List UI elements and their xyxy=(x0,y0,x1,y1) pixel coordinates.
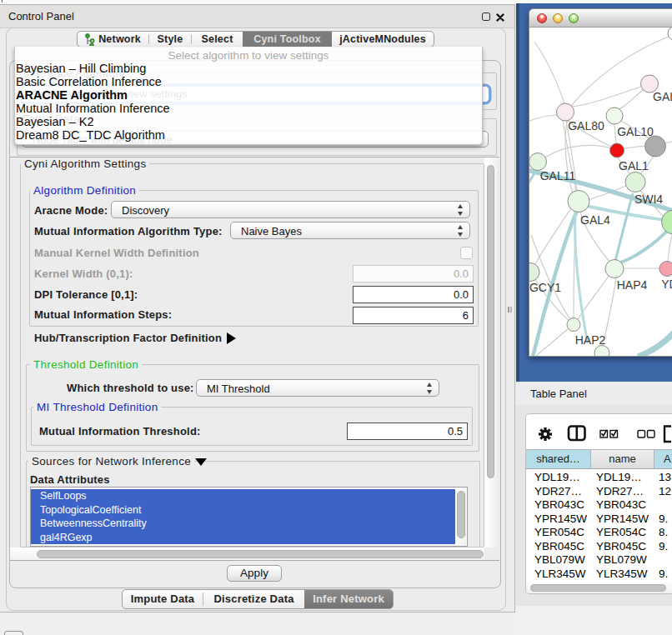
svg-text:SWI4: SWI4 xyxy=(634,192,663,206)
svg-text:GAL4: GAL4 xyxy=(580,213,610,227)
svg-text:GCY1: GCY1 xyxy=(529,281,561,294)
svg-text:GAL11: GAL11 xyxy=(540,169,576,182)
svg-text:HAP4: HAP4 xyxy=(617,278,648,292)
svg-text:GAL1: GAL1 xyxy=(619,159,649,172)
svg-text:YD: YD xyxy=(661,278,672,291)
svg-text:GAL10: GAL10 xyxy=(617,125,654,138)
svg-text:GAL80: GAL80 xyxy=(568,119,604,132)
svg-text:HAP2: HAP2 xyxy=(575,333,606,347)
svg-text:GAL7: GAL7 xyxy=(653,90,672,103)
